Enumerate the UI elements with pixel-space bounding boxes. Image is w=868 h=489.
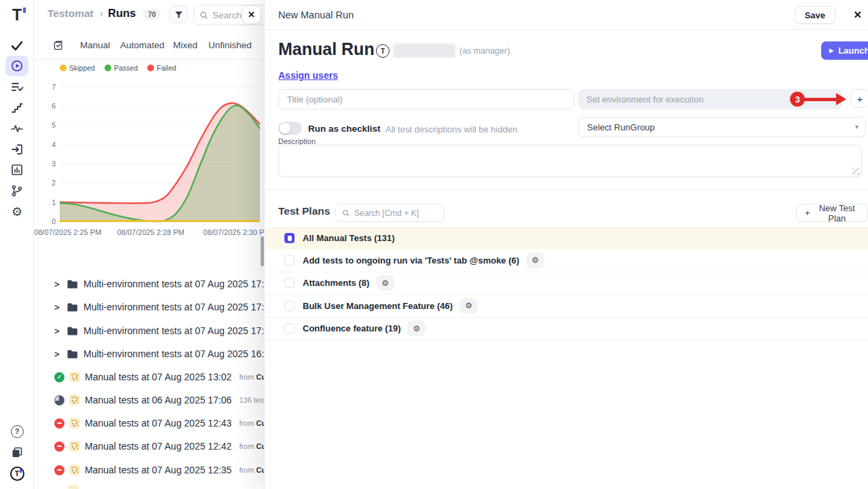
legend-item[interactable]: Passed bbox=[105, 64, 138, 72]
owner-avatar: T bbox=[376, 44, 390, 58]
list-check-icon bbox=[10, 80, 24, 94]
run-as-checklist-toggle[interactable] bbox=[278, 122, 302, 135]
legend-label: Skipped bbox=[69, 64, 95, 72]
run-label: Manual tests at 07 Aug 2025 13:02 bbox=[85, 372, 231, 382]
test-plan-row[interactable]: Attachments (8) ⚙ bbox=[265, 272, 868, 295]
add-environment-button[interactable]: + bbox=[850, 89, 868, 108]
run-folder-label: Multi-environment tests at 07 Aug 2025 1… bbox=[83, 302, 275, 312]
run-row[interactable]: Manual tests at 06 Aug 2025 17:06 136 te… bbox=[54, 393, 269, 408]
tabs-divider bbox=[34, 59, 265, 60]
run-title-input[interactable] bbox=[278, 89, 574, 109]
y-axis-tick: 3 bbox=[39, 160, 56, 168]
run-row[interactable]: Manual tests at 07 Aug 2025 12:42 from C… bbox=[54, 439, 284, 454]
nav-pulse[interactable] bbox=[0, 122, 34, 135]
checkbox-checked[interactable] bbox=[284, 233, 295, 243]
search-icon bbox=[342, 209, 350, 217]
breadcrumb-root[interactable]: Testomat bbox=[48, 7, 94, 20]
legend-item[interactable]: Failed bbox=[147, 64, 176, 72]
import-icon bbox=[10, 143, 24, 156]
checklist-label: Run as checklist bbox=[308, 124, 381, 134]
panel-edge-close-button[interactable]: ✕ bbox=[242, 5, 261, 24]
assign-users-link[interactable]: Assign users bbox=[278, 70, 338, 81]
plan-settings-button[interactable]: ⚙ bbox=[459, 298, 478, 314]
nav-milestones[interactable] bbox=[0, 101, 34, 115]
checkbox-unchecked[interactable] bbox=[284, 278, 295, 288]
plan-settings-button[interactable]: ⚙ bbox=[407, 321, 426, 336]
gear-icon: ⚙ bbox=[12, 204, 22, 219]
page-title: Manual Run bbox=[278, 39, 375, 59]
legend-item[interactable]: Skipped bbox=[60, 64, 95, 72]
launch-button[interactable]: ▶ Launch bbox=[821, 41, 868, 60]
nav-analytics[interactable] bbox=[0, 163, 34, 177]
plan-settings-button[interactable]: ⚙ bbox=[526, 253, 544, 268]
checkbox-unchecked[interactable] bbox=[284, 323, 295, 333]
resize-grip-icon[interactable] bbox=[852, 168, 860, 175]
run-folder-row[interactable]: > Multi-environment tests at 07 Aug 2025… bbox=[54, 276, 275, 291]
rungroup-select[interactable]: Select RunGroup ▾ bbox=[578, 117, 866, 137]
run-row[interactable]: Manual tests at 07 Aug 2025 12:35 from C… bbox=[54, 463, 284, 477]
run-label: Manual tests at 07 Aug 2025 12:35 bbox=[85, 465, 231, 475]
panel-header: New Manual Run Save ✕ bbox=[265, 0, 868, 30]
nav-plans[interactable] bbox=[0, 80, 34, 94]
run-folder-row[interactable]: > Multi-environment tests at 07 Aug 2025… bbox=[54, 323, 275, 338]
git-branch-icon bbox=[10, 184, 24, 198]
section-divider bbox=[265, 189, 868, 190]
help-button[interactable]: ? bbox=[0, 424, 34, 438]
nav-tests[interactable] bbox=[0, 39, 34, 52]
run-row[interactable]: ✓ Manual tests at 07 Aug 2025 13:02 from… bbox=[54, 369, 284, 384]
test-plans-search-input[interactable] bbox=[354, 209, 432, 218]
stairs-icon bbox=[10, 101, 24, 115]
close-icon[interactable]: ✕ bbox=[853, 9, 862, 21]
nav-settings[interactable]: ⚙ bbox=[0, 205, 34, 219]
checkbox-unchecked[interactable] bbox=[284, 301, 295, 311]
tab-unfinished[interactable]: Unfinished bbox=[208, 40, 252, 50]
pages-icon bbox=[10, 446, 24, 459]
nav-runs[interactable] bbox=[0, 59, 34, 73]
plan-settings-button[interactable]: ⚙ bbox=[376, 275, 394, 291]
test-plan-row[interactable]: Confluence feature (19) ⚙ bbox=[265, 318, 868, 341]
x-axis-tick: 08/07/2025 2:25 PM bbox=[34, 228, 101, 236]
chevron-right-icon[interactable]: > bbox=[54, 349, 61, 359]
run-label: Manual tests at 07 Aug 2025 12:42 bbox=[85, 441, 231, 452]
run-folder-row[interactable]: > Multi-environment tests at 07 Aug 2025… bbox=[54, 300, 275, 314]
tab-manual[interactable]: Manual bbox=[80, 40, 110, 50]
test-plan-row[interactable]: Bulk User Management Feature (46) ⚙ bbox=[265, 295, 868, 318]
tab-automated[interactable]: Automated bbox=[120, 40, 164, 50]
run-label: Manual tests at 07 Aug 2025 12:43 bbox=[85, 418, 231, 429]
filter-funnel-icon bbox=[174, 10, 184, 20]
chevron-right-icon[interactable]: > bbox=[54, 326, 61, 336]
account-button[interactable]: T bbox=[0, 466, 34, 481]
nav-branches[interactable] bbox=[0, 184, 34, 198]
save-button[interactable]: Save bbox=[795, 6, 835, 24]
folder-icon bbox=[67, 302, 78, 312]
status-failed-icon bbox=[54, 465, 64, 475]
report-chart-icon bbox=[10, 163, 24, 177]
run-row[interactable]: Manual tests at 07 Aug 2025 12:43 from C… bbox=[54, 416, 284, 431]
filter-button[interactable] bbox=[170, 5, 188, 23]
status-in-progress-icon bbox=[54, 395, 64, 405]
chevron-right-icon[interactable]: > bbox=[54, 279, 61, 289]
checkmark-icon bbox=[10, 39, 24, 52]
app-logo[interactable]: T bbox=[0, 6, 34, 24]
y-axis-tick: 2 bbox=[39, 179, 56, 187]
nav-import[interactable] bbox=[0, 143, 34, 156]
chevron-right-icon[interactable]: > bbox=[54, 302, 61, 312]
description-textarea[interactable] bbox=[278, 145, 862, 177]
legend-label: Passed bbox=[114, 64, 138, 72]
folder-icon bbox=[67, 326, 78, 336]
annotation-step-badge: 3 bbox=[790, 92, 805, 107]
tab-mixed[interactable]: Mixed bbox=[173, 40, 197, 50]
test-plan-row-selected[interactable]: All Manual Tests (131) bbox=[265, 227, 868, 249]
gear-icon: ⚙ bbox=[465, 301, 472, 310]
projects-button[interactable] bbox=[0, 446, 34, 459]
test-plan-label: Confluence feature (19) bbox=[303, 323, 400, 333]
select-runs-icon[interactable] bbox=[53, 40, 64, 54]
run-label: Manual tests at 06 Aug 2025 17:06 bbox=[85, 395, 231, 405]
brand-avatar-icon: T bbox=[10, 467, 24, 481]
new-test-plan-button[interactable]: + New Test Plan bbox=[796, 204, 868, 222]
play-circle-icon bbox=[10, 59, 24, 73]
test-plan-row[interactable]: Add tests to ongoing run via 'Tests' tab… bbox=[265, 249, 868, 272]
run-folder-row[interactable]: > Multi-environment tests at 07 Aug 2025… bbox=[54, 346, 275, 361]
checkbox-unchecked[interactable] bbox=[284, 255, 295, 266]
annotation-arrow bbox=[804, 98, 837, 101]
